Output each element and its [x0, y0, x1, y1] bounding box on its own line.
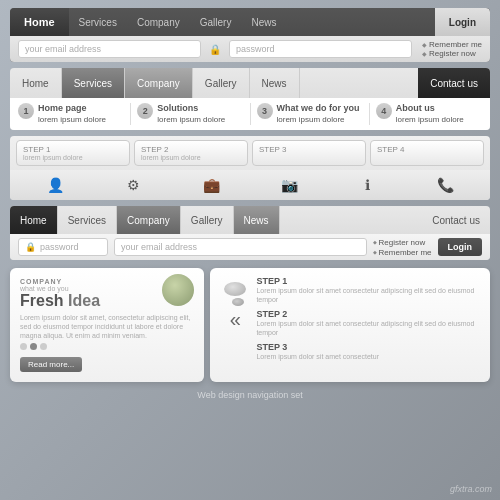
nav2-tab-services[interactable]: Services	[62, 68, 125, 98]
gear-icon[interactable]: ⚙	[94, 174, 172, 196]
remember-me-option[interactable]: Remember me	[422, 40, 482, 49]
briefcase-icon[interactable]: 💼	[172, 174, 250, 196]
card-company: COMPANY what we do you Fresh Idea Lorem …	[10, 268, 204, 382]
nav2-step-3: 3 What we do for you lorem ipsum dolore	[257, 103, 363, 125]
step-num-4: 4	[376, 103, 392, 119]
sphere-container	[224, 282, 246, 306]
step-3-text: Lorem ipsum dolor sit amet consectetur	[256, 352, 482, 361]
navbar-4: Home Services Company Gallery News Conta…	[10, 206, 490, 260]
nav2-step-2: 2 Solutions lorem ipsum dolore	[137, 103, 243, 125]
card-right-decoration: «	[220, 276, 250, 374]
step-entry-2: STEP 2 Lorem ipsum dolor sit amet consec…	[256, 309, 482, 337]
step-text-1: Home page lorem ipsum dolore	[38, 103, 106, 125]
step-2-title: STEP 2	[256, 309, 482, 319]
nav4-tab-company[interactable]: Company	[117, 206, 181, 234]
nav2-tab-company[interactable]: Company	[125, 68, 193, 98]
nav4-remember-option[interactable]: Remember me	[373, 248, 432, 257]
back-arrows-icon: «	[230, 308, 241, 331]
step-entry-1: STEP 1 Lorem ipsum dolor sit amet consec…	[256, 276, 482, 304]
nav2-tab-home[interactable]: Home	[10, 68, 62, 98]
card-left-inner: COMPANY what we do you Fresh Idea Lorem …	[20, 278, 194, 372]
nav1-home-tab[interactable]: Home	[10, 8, 69, 36]
navbar-2: Home Services Company Gallery News Conta…	[10, 68, 490, 130]
footer-label: Web design navigation set	[10, 390, 490, 400]
nav3-icon-bar: 👤 ⚙ 💼 📷 ℹ 📞	[10, 170, 490, 200]
navbar-3: STEP 1 lorem ipsum dolore STEP 2 lorem i…	[10, 136, 490, 200]
person-icon[interactable]: 👤	[16, 174, 94, 196]
read-more-button[interactable]: Read more...	[20, 357, 82, 372]
nav4-options: Register now Remember me	[373, 238, 432, 257]
nav4-email-input[interactable]: your email address	[114, 238, 367, 256]
card-dots	[20, 343, 194, 350]
dot-1	[20, 343, 27, 350]
step-1-text: Lorem ipsum dolor sit amet consectetur a…	[256, 286, 482, 304]
card-step-entries: STEP 1 Lorem ipsum dolor sit amet consec…	[250, 276, 482, 374]
nav2-steps: 1 Home page lorem ipsum dolore 2 Solutio…	[10, 98, 490, 130]
nav4-tab-gallery[interactable]: Gallery	[181, 206, 234, 234]
nav1-login-button[interactable]: Login	[435, 8, 490, 36]
step-num-1: 1	[18, 103, 34, 119]
nav3-step-boxes: STEP 1 lorem ipsum dolore STEP 2 lorem i…	[10, 136, 490, 170]
step-1-title: STEP 1	[256, 276, 482, 286]
nav2-tab-news[interactable]: News	[250, 68, 300, 98]
nav4-bottom: 🔒 password your email address Register n…	[10, 234, 490, 260]
nav1-items: Services Company Gallery News	[69, 8, 435, 36]
navbar-1: Home Services Company Gallery News Login…	[10, 8, 490, 62]
nav4-tab-home[interactable]: Home	[10, 206, 58, 234]
sphere-icon	[224, 282, 246, 296]
card-steps: « STEP 1 Lorem ipsum dolor sit amet cons…	[210, 268, 490, 382]
nav2-tab-contact[interactable]: Contact us	[418, 68, 490, 98]
nav1-services[interactable]: Services	[69, 8, 127, 36]
lock-icon-small: 🔒	[25, 242, 36, 252]
nav4-tabs: Home Services Company Gallery News Conta…	[10, 206, 490, 234]
nav2-step-1: 1 Home page lorem ipsum dolore	[18, 103, 124, 125]
step-num-3: 3	[257, 103, 273, 119]
nav2-step-4: 4 About us lorem ipsum dolore	[376, 103, 482, 125]
nav4-tab-services[interactable]: Services	[58, 206, 117, 234]
step-3-title: STEP 3	[256, 342, 482, 352]
nav3-step-box-2[interactable]: STEP 2 lorem ipsum dolore	[134, 140, 248, 166]
phone-icon[interactable]: 📞	[406, 174, 484, 196]
nav1-password-input[interactable]: password	[229, 40, 412, 58]
company-description: Lorem ipsum dolor sit amet, consectetur …	[20, 313, 194, 340]
step-entry-3: STEP 3 Lorem ipsum dolor sit amet consec…	[256, 342, 482, 361]
nav4-register-option[interactable]: Register now	[373, 238, 432, 247]
nav1-bottom: your email address 🔒 password Remember m…	[10, 36, 490, 62]
watermark: gfxtra.com	[450, 484, 492, 494]
step-text-4: About us lorem ipsum dolore	[396, 103, 464, 125]
nav1-company[interactable]: Company	[127, 8, 190, 36]
register-now-option[interactable]: Register now	[422, 49, 482, 58]
dot-3	[40, 343, 47, 350]
nav1-news[interactable]: News	[241, 8, 286, 36]
step-2-text: Lorem ipsum dolor sit amet consectetur a…	[256, 319, 482, 337]
nav2-tabs: Home Services Company Gallery News Conta…	[10, 68, 490, 98]
nav4-tab-news[interactable]: News	[234, 206, 280, 234]
nav3-step-box-1[interactable]: STEP 1 lorem ipsum dolore	[16, 140, 130, 166]
nav1-gallery[interactable]: Gallery	[190, 8, 242, 36]
step-text-2: Solutions lorem ipsum dolore	[157, 103, 225, 125]
bottom-cards: COMPANY what we do you Fresh Idea Lorem …	[10, 268, 490, 382]
lock-icon: 🔒	[209, 44, 221, 55]
sphere-small	[232, 298, 244, 306]
nav3-step-box-4[interactable]: STEP 4	[370, 140, 484, 166]
nav4-login-button[interactable]: Login	[438, 238, 483, 256]
nav2-tab-gallery[interactable]: Gallery	[193, 68, 250, 98]
nav4-password-input[interactable]: 🔒 password	[18, 238, 108, 256]
step-num-2: 2	[137, 103, 153, 119]
step-text-3: What we do for you lorem ipsum dolore	[277, 103, 360, 125]
info-icon[interactable]: ℹ	[328, 174, 406, 196]
nav1-options: Remember me Register now	[422, 40, 482, 58]
nav4-tab-contact[interactable]: Contact us	[422, 206, 490, 234]
dot-2	[30, 343, 37, 350]
nav1-email-input[interactable]: your email address	[18, 40, 201, 58]
nav3-step-box-3[interactable]: STEP 3	[252, 140, 366, 166]
camera-icon[interactable]: 📷	[250, 174, 328, 196]
